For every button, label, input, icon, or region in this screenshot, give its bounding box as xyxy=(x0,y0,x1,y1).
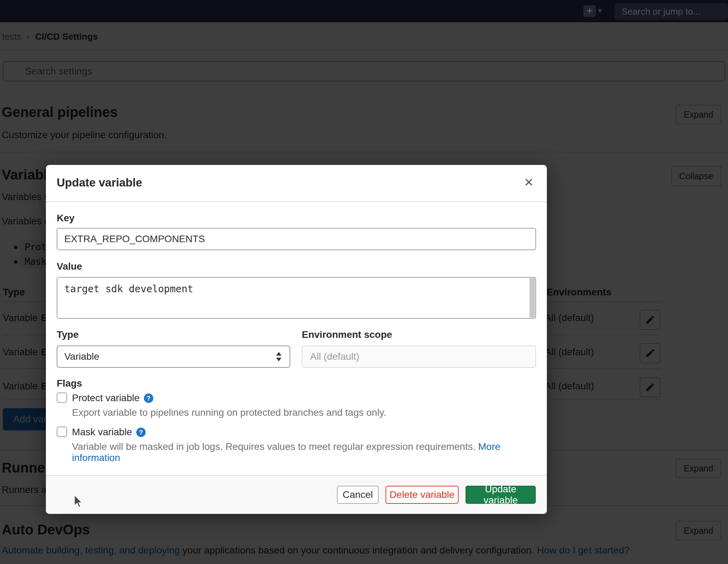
modal-title: Update variable xyxy=(57,176,142,189)
type-label: Type xyxy=(57,329,79,340)
flags-label: Flags xyxy=(57,378,82,389)
mask-variable-checkbox[interactable] xyxy=(57,427,67,437)
mask-variable-help: Variable will be masked in job logs. Req… xyxy=(72,441,547,463)
key-label: Key xyxy=(57,213,74,224)
environment-scope-label: Environment scope xyxy=(302,329,392,340)
close-icon[interactable]: ✕ xyxy=(521,175,536,190)
update-variable-modal: Update variable ✕ Key Value target sdk d… xyxy=(46,165,547,514)
mask-variable-label: Mask variable? xyxy=(72,427,146,438)
top-navbar: + ▾ xyxy=(0,0,728,22)
protect-variable-checkbox[interactable] xyxy=(57,392,67,403)
type-select[interactable]: Variable xyxy=(57,345,290,368)
environment-scope-input[interactable]: All (default) xyxy=(302,345,536,368)
help-icon[interactable]: ? xyxy=(136,428,146,437)
cursor-icon xyxy=(73,494,83,509)
modal-header: Update variable ✕ xyxy=(46,165,547,202)
modal-footer: Cancel Delete variable Update variable xyxy=(46,475,547,514)
delete-variable-button[interactable]: Delete variable xyxy=(386,486,459,504)
textarea-scrollbar[interactable] xyxy=(529,278,535,318)
value-label: Value xyxy=(57,261,82,272)
cancel-button[interactable]: Cancel xyxy=(337,486,379,504)
protect-variable-label: Protect variable? xyxy=(72,392,153,404)
update-variable-button[interactable]: Update variable xyxy=(466,486,536,504)
plus-icon[interactable]: + xyxy=(583,5,596,17)
type-select-value: Variable xyxy=(64,351,99,362)
select-arrows-icon xyxy=(275,351,283,362)
help-icon[interactable]: ? xyxy=(144,394,153,403)
environment-scope-value: All (default) xyxy=(310,351,359,362)
value-textarea[interactable]: target sdk development xyxy=(57,277,536,319)
global-search-input[interactable] xyxy=(615,3,728,20)
chevron-down-icon[interactable]: ▾ xyxy=(598,6,606,15)
protect-variable-help: Export variable to pipelines running on … xyxy=(72,407,386,418)
key-input[interactable] xyxy=(57,228,536,250)
value-field-wrap: target sdk development xyxy=(57,277,536,319)
